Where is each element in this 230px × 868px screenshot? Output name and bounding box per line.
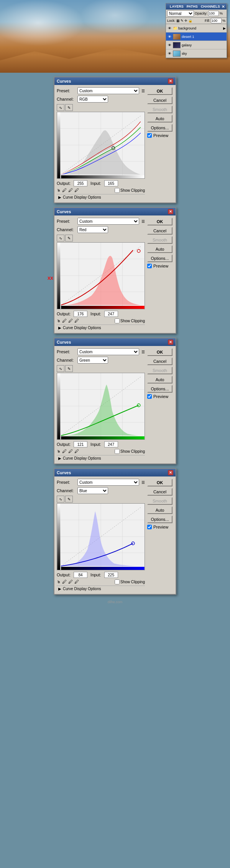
preset-menu-icon-blue[interactable]: ☰ [141, 480, 145, 485]
show-clipping-check-blue[interactable] [115, 579, 120, 584]
fill-input[interactable] [211, 18, 222, 23]
input-value-rgb[interactable] [104, 180, 118, 186]
output-value-blue[interactable] [74, 572, 87, 578]
auto-button-blue[interactable]: Auto [147, 506, 172, 514]
curve-tool-draw-blue[interactable]: ∿ [57, 496, 64, 503]
layer-eye-sky[interactable]: 👁 [167, 51, 172, 56]
ok-button-blue[interactable]: OK [147, 479, 172, 486]
eyedropper-white-rgb[interactable]: 🖊 [74, 188, 79, 193]
lock-all-icon[interactable]: 🔒 [188, 19, 192, 23]
layer-item-desert1[interactable]: 👁 desert 1 [166, 33, 227, 41]
lock-move-icon[interactable]: ✛ [184, 19, 187, 23]
output-value-rgb[interactable] [74, 180, 87, 186]
smooth-button-blue[interactable]: Smooth [147, 497, 172, 505]
curve-tool-point-rgb[interactable]: ✎ [65, 104, 73, 111]
eyedropper-black-rgb[interactable]: 🖊 [62, 188, 67, 193]
curve-tool-point-red[interactable]: ✎ [65, 235, 73, 241]
curve-tool-draw-red[interactable]: ∿ [57, 235, 64, 241]
preset-select-rgb[interactable]: Custom [77, 87, 139, 94]
preview-check-blue[interactable] [147, 525, 152, 529]
curves-close-rgb[interactable]: ✕ [168, 78, 173, 84]
preview-check-rgb[interactable] [147, 133, 152, 138]
curve-tool-draw-green[interactable]: ∿ [57, 365, 64, 372]
preview-check-green[interactable] [147, 394, 152, 399]
auto-button-rgb[interactable]: Auto [147, 115, 172, 122]
curves-close-red[interactable]: ✕ [168, 209, 173, 214]
eyedropper-white-green[interactable]: 🖊 [74, 449, 79, 454]
eyedropper-gray-rgb[interactable]: 🖊 [68, 188, 73, 193]
layer-item-background[interactable]: 👁 📁 background ▶ [166, 24, 227, 33]
options-button-blue[interactable]: Options... [147, 516, 172, 523]
curve-tool-point-blue[interactable]: ✎ [65, 496, 73, 503]
channel-select-red[interactable]: RGB Red Green Blue [77, 226, 108, 233]
smooth-button-green[interactable]: Smooth [147, 367, 172, 374]
eyedropper-auto-red[interactable]: 🖱 [57, 319, 61, 323]
auto-button-red[interactable]: Auto [147, 245, 172, 253]
cancel-button-red[interactable]: Cancel [147, 227, 172, 235]
preview-check-red[interactable] [147, 264, 152, 268]
layer-eye-background[interactable]: 👁 [167, 26, 172, 31]
curve-tool-point-green[interactable]: ✎ [65, 365, 73, 372]
output-value-red[interactable] [74, 311, 87, 317]
ok-button-green[interactable]: OK [147, 348, 172, 356]
channel-select-rgb[interactable]: RGB Red Green Blue [77, 96, 108, 103]
layer-eye-desert1[interactable]: 👁 [167, 34, 172, 39]
eyedropper-white-blue[interactable]: 🖊 [74, 579, 79, 584]
options-button-rgb[interactable]: Options... [147, 124, 172, 132]
blend-mode-select[interactable]: Normal [167, 10, 194, 16]
preset-select-green[interactable]: Custom [77, 348, 139, 355]
eyedropper-gray-blue[interactable]: 🖊 [68, 579, 73, 584]
cancel-button-rgb[interactable]: Cancel [147, 96, 172, 104]
ok-button-rgb[interactable]: OK [147, 87, 172, 95]
input-value-red[interactable] [104, 311, 118, 317]
eyedropper-auto-green[interactable]: 🖱 [57, 449, 61, 454]
eyedropper-black-green[interactable]: 🖊 [62, 449, 67, 454]
layer-item-sky[interactable]: 👁 sky [166, 49, 227, 58]
preset-menu-icon-green[interactable]: ☰ [141, 350, 145, 354]
curves-close-green[interactable]: ✕ [168, 339, 173, 345]
curves-canvas-rgb[interactable] [57, 112, 145, 179]
curve-display-arrow-red[interactable]: ▶ [58, 326, 61, 330]
preset-select-blue[interactable]: Custom [77, 479, 139, 486]
layer-item-galaxy[interactable]: 👁 galaxy [166, 41, 227, 49]
curve-tool-draw-rgb[interactable]: ∿ [57, 104, 64, 111]
input-value-green[interactable] [104, 441, 118, 447]
input-value-blue[interactable] [104, 572, 118, 578]
eyedropper-gray-red[interactable]: 🖊 [68, 318, 73, 323]
channel-select-blue[interactable]: RGB Red Green Blue [77, 487, 108, 494]
show-clipping-check-rgb[interactable] [115, 188, 120, 193]
preset-menu-icon-rgb[interactable]: ☰ [141, 89, 145, 93]
opacity-input[interactable] [208, 11, 219, 16]
curve-display-arrow-rgb[interactable]: ▶ [58, 195, 61, 199]
smooth-button-rgb[interactable]: Smooth [147, 106, 172, 113]
output-value-green[interactable] [74, 441, 87, 447]
layers-panel-close[interactable]: ✕ [222, 5, 225, 9]
options-button-red[interactable]: Options... [147, 255, 172, 262]
auto-button-green[interactable]: Auto [147, 376, 172, 383]
options-button-green[interactable]: Options... [147, 385, 172, 393]
show-clipping-check-green[interactable] [115, 449, 120, 454]
lock-transparent-icon[interactable]: ▦ [176, 19, 180, 23]
preset-menu-icon-red[interactable]: ☰ [141, 219, 145, 224]
cancel-button-blue[interactable]: Cancel [147, 488, 172, 496]
layer-eye-galaxy[interactable]: 👁 [167, 42, 172, 48]
curve-display-arrow-blue[interactable]: ▶ [58, 587, 61, 591]
curves-canvas-green[interactable] [57, 373, 145, 440]
eyedropper-auto-rgb[interactable]: 🖱 [57, 188, 61, 193]
smooth-button-red[interactable]: Smooth [147, 236, 172, 244]
curves-close-blue[interactable]: ✕ [168, 470, 173, 475]
layers-tab-paths[interactable]: PATHS [185, 4, 199, 9]
curves-canvas-blue[interactable] [57, 503, 145, 570]
eyedropper-black-blue[interactable]: 🖊 [62, 579, 67, 584]
eyedropper-black-red[interactable]: 🖊 [62, 318, 67, 323]
preset-select-red[interactable]: Custom [77, 218, 139, 225]
eyedropper-gray-green[interactable]: 🖊 [68, 449, 73, 454]
eyedropper-white-red[interactable]: 🖊 [74, 318, 79, 323]
ok-button-red[interactable]: OK [147, 218, 172, 225]
channel-select-green[interactable]: RGB Red Green Blue [77, 357, 108, 364]
eyedropper-auto-blue[interactable]: 🖱 [57, 580, 61, 584]
lock-paint-icon[interactable]: ✎ [181, 19, 184, 23]
curves-canvas-red[interactable] [57, 242, 145, 309]
layers-tab-layers[interactable]: LAYERS [168, 4, 185, 9]
cancel-button-green[interactable]: Cancel [147, 357, 172, 365]
